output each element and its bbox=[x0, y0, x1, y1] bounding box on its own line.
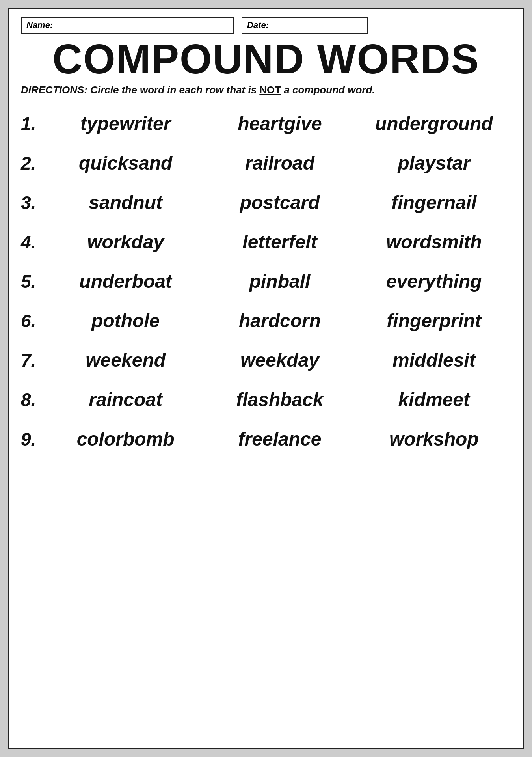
word-cells: potholehardcornfingerprint bbox=[48, 310, 511, 332]
word-cells: typewriterheartgiveunderground bbox=[48, 113, 511, 134]
row-number: 7. bbox=[21, 350, 48, 371]
word-cell-1-3: underground bbox=[357, 113, 511, 134]
word-cells: weekendweekdaymiddlesit bbox=[48, 349, 511, 371]
row-number: 5. bbox=[21, 271, 48, 292]
word-cell-6-1: pothole bbox=[48, 310, 203, 332]
word-cell-8-3: kidmeet bbox=[357, 389, 511, 410]
word-cell-2-2: railroad bbox=[203, 152, 357, 174]
page-title: COMPOUND WORDS bbox=[21, 37, 511, 81]
word-cell-3-1: sandnut bbox=[48, 192, 203, 213]
word-cell-2-1: quicksand bbox=[48, 152, 203, 174]
worksheet-page: Name: Date: COMPOUND WORDS DIRECTIONS: C… bbox=[8, 8, 524, 749]
word-cell-9-2: freelance bbox=[203, 428, 357, 450]
word-rows: 1.typewriterheartgiveunderground2.quicks… bbox=[21, 104, 511, 459]
row-number: 3. bbox=[21, 192, 48, 213]
header-fields: Name: Date: bbox=[21, 17, 511, 34]
word-cells: colorbombfreelanceworkshop bbox=[48, 428, 511, 450]
word-cell-4-1: workday bbox=[48, 231, 203, 253]
table-row: 6.potholehardcornfingerprint bbox=[21, 301, 511, 341]
table-row: 5.underboatpinballeverything bbox=[21, 262, 511, 301]
word-cells: underboatpinballeverything bbox=[48, 270, 511, 292]
word-cells: sandnutpostcardfingernail bbox=[48, 192, 511, 213]
directions-static: DIRECTIONS: Circle the word in each row … bbox=[21, 84, 375, 96]
table-row: 1.typewriterheartgiveunderground bbox=[21, 104, 511, 144]
row-number: 9. bbox=[21, 429, 48, 450]
table-row: 3.sandnutpostcardfingernail bbox=[21, 183, 511, 222]
word-cell-2-3: playstar bbox=[357, 152, 511, 174]
row-number: 8. bbox=[21, 389, 48, 410]
word-cell-6-2: hardcorn bbox=[203, 310, 357, 332]
name-label: Name: bbox=[26, 20, 53, 30]
date-label: Date: bbox=[247, 20, 269, 30]
word-cell-5-2: pinball bbox=[203, 270, 357, 292]
table-row: 2.quicksandrailroadplaystar bbox=[21, 144, 511, 183]
word-cell-4-2: letterfelt bbox=[203, 231, 357, 253]
word-cell-9-1: colorbomb bbox=[48, 428, 203, 450]
word-cell-9-3: workshop bbox=[357, 428, 511, 450]
word-cells: workdayletterfeltwordsmith bbox=[48, 231, 511, 253]
word-cell-3-3: fingernail bbox=[357, 192, 511, 213]
table-row: 7.weekendweekdaymiddlesit bbox=[21, 341, 511, 380]
word-cells: raincoatflashbackkidmeet bbox=[48, 389, 511, 410]
table-row: 4.workdayletterfeltwordsmith bbox=[21, 222, 511, 262]
word-cell-5-3: everything bbox=[357, 270, 511, 292]
date-field[interactable]: Date: bbox=[242, 17, 368, 34]
word-cells: quicksandrailroadplaystar bbox=[48, 152, 511, 174]
row-number: 2. bbox=[21, 153, 48, 174]
word-cell-7-2: weekday bbox=[203, 349, 357, 371]
word-cell-8-1: raincoat bbox=[48, 389, 203, 410]
word-cell-6-3: fingerprint bbox=[357, 310, 511, 332]
word-cell-3-2: postcard bbox=[203, 192, 357, 213]
directions-text: DIRECTIONS: Circle the word in each row … bbox=[21, 84, 511, 96]
row-number: 6. bbox=[21, 310, 48, 332]
row-number: 1. bbox=[21, 113, 48, 134]
word-cell-1-1: typewriter bbox=[48, 113, 203, 134]
table-row: 8.raincoatflashbackkidmeet bbox=[21, 380, 511, 420]
word-cell-7-3: middlesit bbox=[357, 349, 511, 371]
word-cell-4-3: wordsmith bbox=[357, 231, 511, 253]
name-field[interactable]: Name: bbox=[21, 17, 234, 34]
table-row: 9.colorbombfreelanceworkshop bbox=[21, 420, 511, 459]
word-cell-8-2: flashback bbox=[203, 389, 357, 410]
word-cell-7-1: weekend bbox=[48, 349, 203, 371]
word-cell-5-1: underboat bbox=[48, 270, 203, 292]
row-number: 4. bbox=[21, 231, 48, 253]
word-cell-1-2: heartgive bbox=[203, 113, 357, 134]
